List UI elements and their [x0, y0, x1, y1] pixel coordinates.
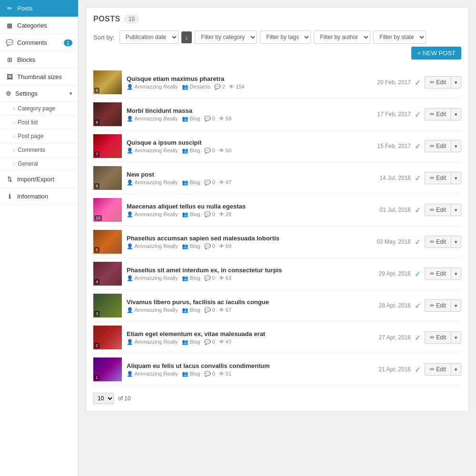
- settings-icon: ⚙: [6, 90, 11, 97]
- sidebar-item-thumbnail-sizes[interactable]: 🖼 Thumbnail sizes: [0, 69, 78, 86]
- sidebar-label-categories: Categories: [17, 22, 47, 29]
- new-post-button[interactable]: + NEW POST: [411, 47, 461, 60]
- post-comments: 💬 2: [214, 84, 225, 90]
- post-date: 21 Apr, 2016: [379, 366, 411, 373]
- post-views: 👁 59: [219, 116, 231, 121]
- edit-button[interactable]: ✏ Edit: [425, 363, 451, 376]
- edit-button[interactable]: ✏ Edit: [425, 172, 451, 184]
- post-meta: 👤 Ammazzing Really 👥 Blog 💬 0 👁 67: [127, 307, 379, 313]
- sub-label-category-page: Category page: [18, 105, 55, 112]
- post-title: Etiam eget elementum ex, vitae malesuada…: [127, 330, 379, 337]
- sidebar-sub-comments[interactable]: › Comments: [0, 143, 78, 157]
- sidebar-item-import-export[interactable]: ⇅ Import/Export: [0, 171, 78, 188]
- filter-tags-select[interactable]: Filter by tags: [260, 30, 311, 44]
- sidebar-item-posts[interactable]: ✏ Posts: [0, 0, 78, 17]
- sidebar-sub-post-list[interactable]: › Post list: [0, 116, 78, 129]
- sidebar-sub-general[interactable]: › General: [0, 157, 78, 171]
- post-thumbnail: 6: [93, 70, 122, 94]
- post-info: Etiam eget elementum ex, vitae malesuada…: [127, 330, 379, 345]
- post-info: Vivamus libero purus, facilisis ac iacul…: [127, 298, 379, 313]
- edit-dropdown-button[interactable]: ▾: [451, 299, 461, 312]
- post-title: Phasellus sit amet interdum ex, in conse…: [127, 267, 379, 274]
- edit-button[interactable]: ✏ Edit: [425, 204, 451, 216]
- post-info: Aliquam eu felis ut lacus convallis cond…: [127, 362, 379, 377]
- sub-label-post-list: Post list: [18, 119, 38, 126]
- post-thumbnail: 7: [93, 134, 122, 158]
- table-row: 10 Maecenas aliquet tellus eu nulla eges…: [93, 194, 461, 226]
- post-date: 14 Jul, 2016: [380, 175, 411, 181]
- post-category: 👥 Blog: [182, 371, 200, 377]
- posts-content-box: POSTS 10 Sort by: Publication date Title…: [86, 7, 469, 412]
- edit-dropdown-button[interactable]: ▾: [451, 363, 461, 376]
- edit-button[interactable]: ✏ Edit: [425, 76, 451, 89]
- post-author: 👤 Ammazzing Really: [127, 211, 178, 218]
- sub-label-comments: Comments: [18, 147, 45, 153]
- edit-dropdown-button[interactable]: ▾: [451, 268, 461, 280]
- sidebar-item-blocks[interactable]: ⊞ Blocks: [0, 51, 78, 69]
- edit-button[interactable]: ✏ Edit: [425, 140, 451, 152]
- sidebar-item-comments[interactable]: 💬 Comments 1: [0, 34, 78, 51]
- post-thumbnail: 3: [93, 294, 122, 317]
- edit-button[interactable]: ✏ Edit: [425, 299, 451, 312]
- table-row: 9 New post 👤 Ammazzing Really 👥 Blog 💬 0…: [93, 162, 461, 194]
- filter-category-select[interactable]: Filter by category: [195, 30, 257, 44]
- posts-count-badge: 10: [124, 15, 139, 23]
- sidebar-label-import-export: Import/Export: [17, 176, 54, 183]
- post-comments: 💬 0: [204, 339, 215, 345]
- table-row: 7 Quisque a ipsum suscipit 👤 Ammazzing R…: [93, 130, 461, 162]
- thumbnail-icon: 🖼: [6, 73, 13, 80]
- edit-button-group: ✏ Edit ▾: [425, 268, 461, 280]
- edit-button[interactable]: ✏ Edit: [425, 108, 451, 120]
- edit-dropdown-button[interactable]: ▾: [451, 108, 461, 120]
- edit-dropdown-button[interactable]: ▾: [451, 204, 461, 216]
- edit-dropdown-button[interactable]: ▾: [451, 172, 461, 184]
- edit-button-group: ✏ Edit ▾: [425, 299, 461, 312]
- edit-button[interactable]: ✏ Edit: [425, 268, 451, 280]
- post-status-check: ✓: [415, 78, 421, 87]
- sidebar-sub-post-page[interactable]: › Post page: [0, 129, 78, 143]
- post-status-check: ✓: [415, 206, 421, 215]
- edit-button[interactable]: ✏ Edit: [425, 236, 451, 248]
- page-size-select[interactable]: 10 20 50: [93, 393, 114, 404]
- sidebar-sub-category-page[interactable]: › Category page: [0, 102, 78, 116]
- post-thumbnail: 4: [93, 262, 122, 286]
- post-date: 27 Apr, 2016: [379, 334, 411, 341]
- post-category: 👥 Blog: [182, 179, 200, 186]
- post-number: 7: [94, 151, 99, 157]
- post-views: 👁 50: [219, 148, 231, 153]
- post-title: Aliquam eu felis ut lacus convallis cond…: [127, 362, 379, 369]
- edit-dropdown-button[interactable]: ▾: [451, 76, 461, 89]
- post-meta: 👤 Ammazzing Really 👥 Blog 💬 0 👁 28: [127, 211, 380, 218]
- post-category: 👥 Desserts: [182, 84, 210, 90]
- pagination: 10 20 50 of 10: [93, 393, 461, 404]
- post-status-check: ✓: [415, 301, 421, 310]
- edit-dropdown-button[interactable]: ▾: [451, 331, 461, 344]
- edit-button[interactable]: ✏ Edit: [425, 331, 451, 344]
- table-row: 4 Phasellus sit amet interdum ex, in con…: [93, 258, 461, 290]
- sort-by-select[interactable]: Publication date Title Views Comments: [119, 30, 178, 44]
- filter-author-select[interactable]: Filter by author: [314, 30, 370, 44]
- sidebar-item-information[interactable]: ℹ Information: [0, 188, 78, 205]
- post-category: 👥 Blog: [182, 275, 200, 281]
- post-author: 👤 Ammazzing Really: [127, 307, 178, 313]
- filter-state-select[interactable]: Filter by state: [373, 30, 426, 44]
- post-status-check: ✓: [415, 174, 421, 183]
- post-views: 👁 47: [219, 179, 231, 185]
- post-info: Quisque etiam maximus pharetra 👤 Ammazzi…: [127, 75, 377, 90]
- sort-direction-button[interactable]: ↓: [181, 31, 192, 43]
- sort-label: Sort by:: [93, 34, 115, 41]
- post-views: 👁 51: [219, 371, 231, 377]
- edit-dropdown-button[interactable]: ▾: [451, 236, 461, 248]
- post-number: 2: [94, 343, 99, 348]
- edit-button-group: ✏ Edit ▾: [425, 236, 461, 248]
- edit-dropdown-button[interactable]: ▾: [451, 140, 461, 152]
- post-views: 👁 69: [219, 243, 231, 249]
- post-category: 👥 Blog: [182, 148, 200, 154]
- sidebar-item-settings[interactable]: ⚙ Settings ▾: [0, 86, 78, 102]
- post-status-check: ✓: [415, 365, 421, 374]
- post-comments: 💬 0: [204, 211, 215, 218]
- settings-chevron-icon: ▾: [69, 90, 72, 97]
- post-author: 👤 Ammazzing Really: [127, 179, 178, 186]
- sidebar-item-categories[interactable]: ▦ Categories: [0, 17, 78, 34]
- sidebar-label-thumbnail: Thumbnail sizes: [17, 73, 62, 80]
